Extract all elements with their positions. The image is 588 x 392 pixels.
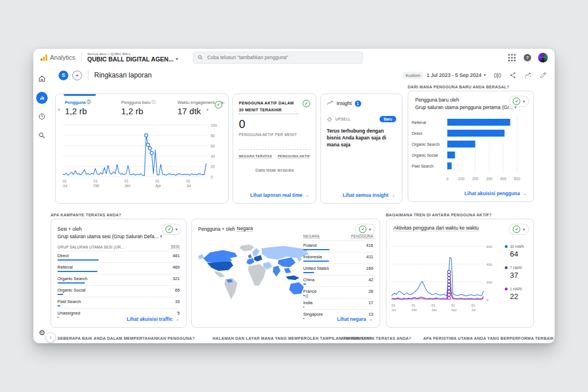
add-report-button[interactable]: + bbox=[72, 71, 82, 80]
sidebar-item-explore[interactable] bbox=[36, 130, 48, 141]
all-insights-link[interactable]: Lihat semua insight→ bbox=[343, 192, 395, 198]
section-label-new-users: DARI MANA PENGGUNA BARU ANDA BERASAL? bbox=[408, 85, 509, 89]
metrics-scroll-right[interactable]: › bbox=[206, 106, 208, 112]
user-acquisition-link[interactable]: Lihat akuisisi pengguna→ bbox=[465, 191, 527, 196]
insight-message[interactable]: Terus terhubung dengan bisnis Anda kapan… bbox=[327, 128, 394, 149]
card-options[interactable]: ✓ ▾ bbox=[161, 224, 181, 235]
svg-text:Paid Search: Paid Search bbox=[412, 164, 434, 168]
analytics-logo[interactable]: Analytics bbox=[40, 54, 75, 61]
sidebar-item-home[interactable] bbox=[36, 73, 48, 84]
svg-text:01: 01 bbox=[392, 304, 396, 307]
chevron-down-icon: ▾ bbox=[369, 227, 371, 232]
countries-link[interactable]: Lihat negara→ bbox=[337, 316, 373, 322]
svg-text:Jul: Jul bbox=[63, 184, 68, 188]
new-users-card: Pengguna baru oleh Grup saluran utama pe… bbox=[408, 91, 534, 202]
help-icon[interactable]: ? bbox=[524, 54, 531, 61]
insights-sparkline-icon bbox=[327, 100, 334, 107]
account-switcher[interactable]: Semua akun > QUBIC BALL QUBIC BALL DIGIT… bbox=[87, 52, 178, 63]
table-row: France28 bbox=[303, 286, 373, 296]
metrics-scroll-left[interactable]: ‹ bbox=[58, 106, 60, 112]
svg-text:01: 01 bbox=[155, 179, 160, 183]
dimension-label[interactable]: Negara bbox=[237, 226, 253, 232]
trend-legend: 30 HARI647 HARI371 HARI22 bbox=[505, 244, 524, 301]
active-users-line-chart: 600400200001Jul01Okt01Jan01Apr01Jul bbox=[390, 239, 504, 317]
home-icon bbox=[38, 75, 46, 83]
bar-chart-icon bbox=[39, 95, 45, 101]
sidebar-item-admin[interactable]: ⚙ bbox=[38, 329, 45, 336]
svg-text:400: 400 bbox=[486, 263, 493, 266]
svg-text:500: 500 bbox=[514, 177, 520, 181]
svg-text:0: 0 bbox=[446, 177, 448, 181]
expand-sections-button[interactable]: › bbox=[45, 332, 56, 343]
traffic-acquisition-link[interactable]: Lihat akuisisi traffic→ bbox=[127, 316, 179, 322]
data-quality-icon[interactable]: ✓ bbox=[303, 100, 310, 107]
country-rows: Poland416Indonesia411United States169Chi… bbox=[303, 240, 373, 319]
edit-button[interactable] bbox=[540, 72, 547, 79]
metric-tab-2[interactable]: Pengguna baruⓘ1,2 rb bbox=[121, 99, 169, 116]
card-title-line1: Pengguna baru oleh bbox=[415, 96, 517, 104]
reports-active-pill bbox=[36, 92, 48, 104]
avatar[interactable] bbox=[538, 53, 548, 63]
table-row: Indonesia411 bbox=[303, 252, 373, 262]
dimension-selector[interactable]: Grup saluran utama pengguna pertama (Gr.… bbox=[415, 104, 517, 111]
sidebar-item-advertising[interactable] bbox=[36, 111, 48, 122]
bottom-section-label: APA PERISTIWA TERATAS ANDA? bbox=[341, 336, 411, 340]
svg-text:Direct: Direct bbox=[412, 131, 422, 135]
metric-tabs: Penggunaⓘ1,2 rbPengguna baruⓘ1,2 rbWaktu… bbox=[65, 99, 226, 116]
table-row: China42 bbox=[303, 275, 373, 285]
svg-text:Referral: Referral bbox=[412, 121, 426, 125]
metrics-overview-card: ‹ Penggunaⓘ1,2 rbPengguna baruⓘ1,2 rbWak… bbox=[55, 94, 229, 204]
app-header: Analytics Semua akun > QUBIC BALL QUBIC … bbox=[33, 49, 555, 66]
bottom-section-label: APA PERISTIWA UTAMA ANDA YANG BERPERFORM… bbox=[423, 336, 555, 340]
search-bar[interactable] bbox=[193, 52, 363, 64]
account-name: QUBIC BALL DIGITAL AGEN... bbox=[87, 56, 173, 63]
col-header-dimension: GRUP SALURAN UTAMA SESI (GR... bbox=[57, 245, 125, 249]
arrow-right-icon: → bbox=[175, 316, 180, 322]
realtime-report-link[interactable]: Lihat laporan real time→ bbox=[250, 192, 309, 198]
workspace-badge[interactable]: S bbox=[59, 71, 68, 80]
metric-selector[interactable]: Sesi bbox=[57, 226, 67, 233]
svg-text:Okt: Okt bbox=[94, 184, 99, 188]
insights-button[interactable] bbox=[524, 72, 532, 79]
card-options[interactable]: ✓ ▾ bbox=[509, 224, 529, 235]
campaign-card: Sesi ▾ oleh Grup saluran utama sesi (Gru… bbox=[51, 219, 187, 328]
svg-text:200: 200 bbox=[472, 177, 478, 181]
arrow-right-icon: → bbox=[522, 191, 527, 196]
share-icon bbox=[509, 72, 516, 79]
apps-grid-icon[interactable] bbox=[508, 54, 516, 61]
col-header-users: PENGGUNA bbox=[351, 234, 373, 239]
active-users-trend-card: Aktivitas pengguna dari waktu ke waktu ✓… bbox=[386, 219, 534, 328]
realtime-empty-state: Data tidak tersedia bbox=[239, 168, 310, 173]
svg-text:Jul: Jul bbox=[186, 184, 191, 188]
metric-tab-1[interactable]: Penggunaⓘ1,2 rb bbox=[65, 99, 113, 116]
table-row: India17 bbox=[303, 298, 373, 308]
section-label-active-users: BAGAIMANA TREN DI ANTARA PENGGUNA AKTIF? bbox=[386, 213, 492, 217]
svg-text:20: 20 bbox=[211, 165, 215, 169]
dimension-selector[interactable]: Grup saluran utama sesi (Grup Saluran De… bbox=[57, 233, 180, 240]
search-input[interactable] bbox=[206, 54, 358, 61]
users-by-country-card: Pengguna ▾ oleh Negara ✓ ▾ bbox=[191, 219, 380, 328]
page-title: Ringkasan laporan bbox=[94, 71, 152, 79]
data-quality-icon: ✓ bbox=[165, 226, 173, 233]
legend-item: 1 HARI22 bbox=[505, 287, 524, 301]
svg-text:Jul: Jul bbox=[471, 308, 476, 312]
sidebar-item-reports[interactable] bbox=[36, 92, 48, 103]
share-button[interactable] bbox=[509, 72, 516, 79]
active-tab-indicator bbox=[64, 94, 96, 96]
card-options[interactable]: ✓ ▾ bbox=[509, 96, 529, 107]
svg-text:0: 0 bbox=[486, 298, 489, 302]
data-quality-icon[interactable]: ✓ bbox=[215, 101, 222, 108]
metric-selector[interactable]: Pengguna bbox=[198, 226, 220, 232]
chevron-down-icon: ▾ bbox=[69, 226, 71, 232]
arrow-right-icon: → bbox=[390, 192, 396, 198]
card-options[interactable]: ✓ ▾ bbox=[355, 224, 375, 235]
comparison-button[interactable] bbox=[494, 72, 501, 79]
chevron-down-icon: ▾ bbox=[175, 227, 177, 232]
data-quality-icon: ✓ bbox=[513, 98, 520, 105]
analytics-logo-icon bbox=[40, 54, 48, 61]
pencil-icon bbox=[540, 72, 547, 79]
col-header-country: NEGARA bbox=[303, 234, 320, 239]
date-range-picker[interactable]: 1 Jul 2023 - 5 Sep 2024 ▾ bbox=[427, 72, 486, 78]
svg-text:100: 100 bbox=[211, 123, 217, 127]
new-users-bar-chart: 0100200300400500ReferralDirectOrganic Se… bbox=[411, 115, 531, 188]
